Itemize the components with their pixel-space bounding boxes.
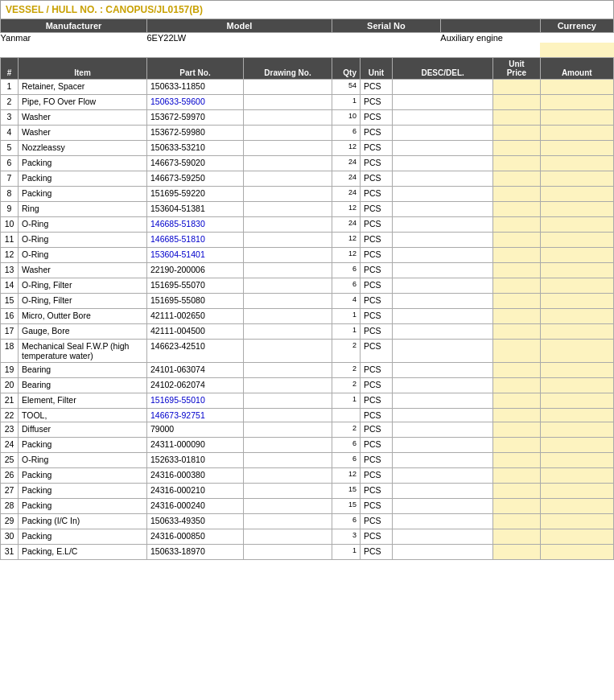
row-num: 4 [1, 125, 19, 140]
row-unitprice [493, 377, 540, 393]
row-unitprice [493, 293, 540, 308]
serialno-header: Serial No [332, 19, 441, 33]
row-drawing [244, 94, 332, 109]
row-desc [393, 452, 493, 467]
row-num: 20 [1, 377, 19, 393]
row-amount [540, 339, 613, 362]
model-header: Model [147, 19, 332, 33]
qty-col-header: Qty [332, 57, 361, 79]
row-unit: PCS [361, 308, 393, 323]
row-num: 21 [1, 393, 19, 408]
row-desc [393, 293, 493, 308]
row-unitprice [493, 393, 540, 408]
row-item: O-Ring, Filter [19, 293, 147, 308]
row-unit: PCS [361, 529, 393, 544]
row-drawing [244, 323, 332, 339]
row-amount [540, 377, 613, 393]
row-num: 5 [1, 140, 19, 155]
unitprice-col-header: Unit Price [493, 57, 540, 79]
row-unitprice [493, 216, 540, 232]
row-item: Element, Filter [19, 393, 147, 408]
manufacturer-header: Manufacturer [1, 19, 147, 33]
row-drawing [244, 79, 332, 94]
table-row: 26 Packing 24316-000380 12 PCS [1, 467, 614, 483]
row-qty: 54 [332, 79, 361, 94]
table-row: 8 Packing 151695-59220 24 PCS [1, 186, 614, 201]
table-row: 28 Packing 24316-000240 15 PCS [1, 498, 614, 513]
row-desc [393, 278, 493, 293]
row-item: Packing [19, 186, 147, 201]
row-unit: PCS [361, 201, 393, 216]
row-drawing [244, 278, 332, 293]
row-drawing [244, 247, 332, 262]
row-item: Ring [19, 201, 147, 216]
row-unitprice [493, 79, 540, 94]
row-drawing [244, 529, 332, 544]
row-partno: 151695-55010 [147, 393, 244, 408]
row-drawing [244, 437, 332, 452]
row-partno: 146623-42510 [147, 339, 244, 362]
row-unit: PCS [361, 140, 393, 155]
row-qty: 2 [332, 339, 361, 362]
row-amount [540, 483, 613, 498]
row-unitprice [493, 186, 540, 201]
row-partno: 150633-18970 [147, 544, 244, 559]
row-partno: 24311-000090 [147, 437, 244, 452]
row-num: 29 [1, 513, 19, 529]
row-amount [540, 308, 613, 323]
row-amount [540, 498, 613, 513]
row-amount [540, 79, 613, 94]
manufacturer-header-row: Manufacturer Model Serial No Currency [1, 19, 614, 33]
row-qty: 2 [332, 362, 361, 377]
row-num: 27 [1, 483, 19, 498]
row-drawing [244, 393, 332, 408]
row-num: 10 [1, 216, 19, 232]
row-amount [540, 467, 613, 483]
row-qty: 1 [332, 323, 361, 339]
table-row: 9 Ring 153604-51381 12 PCS [1, 201, 614, 216]
row-amount [540, 513, 613, 529]
row-num: 30 [1, 529, 19, 544]
row-unit: PCS [361, 362, 393, 377]
desc-col-header: DESC/DEL. [393, 57, 493, 79]
row-num: 31 [1, 544, 19, 559]
row-drawing [244, 544, 332, 559]
row-qty: 12 [332, 247, 361, 262]
row-qty: 24 [332, 171, 361, 186]
row-num: 26 [1, 467, 19, 483]
row-drawing [244, 452, 332, 467]
table-row: 31 Packing, E.L/C 150633-18970 1 PCS [1, 544, 614, 559]
row-desc [393, 262, 493, 278]
row-desc [393, 437, 493, 452]
table-row: 18 Mechanical Seal F.W.P (high temperatu… [1, 339, 614, 362]
row-drawing [244, 293, 332, 308]
row-num: 12 [1, 247, 19, 262]
row-amount [540, 216, 613, 232]
row-unit: PCS [361, 125, 393, 140]
row-qty: 12 [332, 201, 361, 216]
amount-col-header: Amount [540, 57, 613, 79]
row-qty: 24 [332, 216, 361, 232]
row-unitprice [493, 437, 540, 452]
row-item: Bearing [19, 362, 147, 377]
row-qty: 24 [332, 186, 361, 201]
row-unitprice [493, 171, 540, 186]
row-item: Gauge, Bore [19, 323, 147, 339]
row-unit: PCS [361, 262, 393, 278]
row-desc [393, 201, 493, 216]
row-qty: 6 [332, 437, 361, 452]
row-num: 1 [1, 79, 19, 94]
row-num: 23 [1, 422, 19, 437]
row-qty: 3 [332, 529, 361, 544]
row-unitprice [493, 362, 540, 377]
row-item: Packing (I/C In) [19, 513, 147, 529]
table-row: 6 Packing 146673-59020 24 PCS [1, 155, 614, 171]
row-unitprice [493, 109, 540, 125]
row-item: Mechanical Seal F.W.P (high temperature … [19, 339, 147, 362]
row-item: Packing, E.L/C [19, 544, 147, 559]
row-amount [540, 171, 613, 186]
row-desc [393, 377, 493, 393]
row-amount [540, 94, 613, 109]
row-item: Packing [19, 171, 147, 186]
row-amount [540, 232, 613, 247]
